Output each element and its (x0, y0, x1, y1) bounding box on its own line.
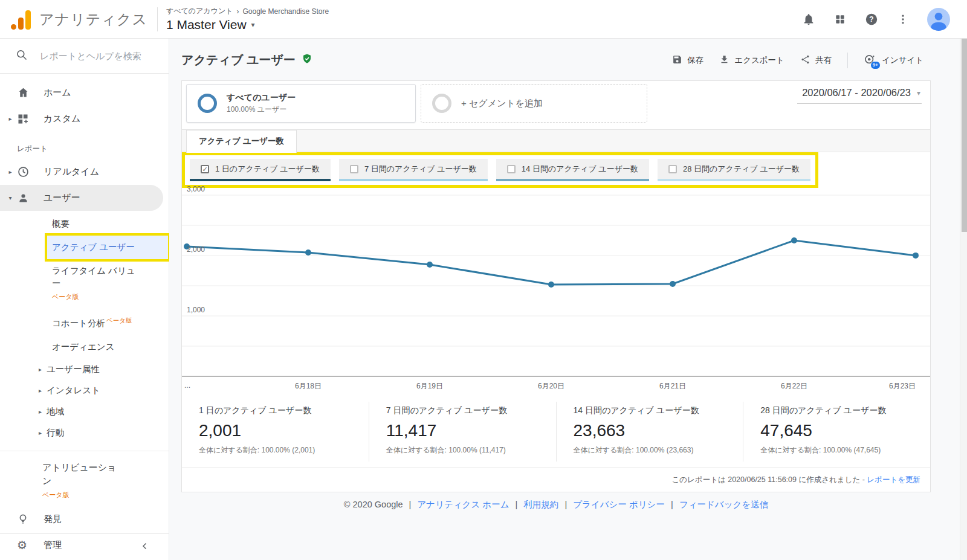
view-selector[interactable]: 1 Master View ▾ (166, 18, 329, 32)
scrollbar-thumb[interactable] (962, 39, 967, 232)
scorecard-7day: 7 日間のアクティブ ユーザー数 11,417 全体に対する割合: 100.00… (369, 402, 556, 462)
metric-checkbox-28day[interactable]: 28 日間のアクティブ ユーザー数 (658, 159, 810, 181)
sidebar-item-cohort[interactable]: コホート分析ベータ版 (47, 309, 168, 335)
breadcrumb: すべてのアカウント › Google Merchandise Store 1 M… (166, 6, 329, 32)
scorecard-value: 47,645 (760, 421, 913, 440)
apps-grid-icon[interactable] (833, 12, 847, 27)
scorecards-row: 1 日のアクティブ ユーザー数 2,001 全体に対する割合: 100.00% … (182, 393, 930, 468)
segment-subtitle: 100.00% ユーザー (227, 105, 296, 115)
metric-checkbox-1day[interactable]: ✓ 1 日のアクティブ ユーザー数 (190, 159, 331, 181)
product-name: アナリティクス (39, 10, 147, 29)
scorecard-value: 23,663 (574, 421, 726, 440)
refresh-report-link[interactable]: レポートを更新 (867, 475, 920, 484)
checkbox-icon (507, 165, 516, 173)
x-axis-labels: ...6月18日6月19日6月20日6月21日6月22日6月23日 (182, 379, 930, 393)
sidebar-item-interests[interactable]: ▸ インタレスト (39, 380, 169, 401)
sidebar: ホーム ▸ カスタム レポート ▸ リアルタイム ▾ ユーザー 概要 アクティブ… (0, 39, 169, 560)
header-divider (157, 7, 158, 31)
metric-label: 1 日のアクティブ ユーザー数 (215, 164, 320, 175)
checkbox-icon (668, 165, 677, 173)
breadcrumb-property[interactable]: Google Merchandise Store (242, 7, 329, 16)
expand-arrow-icon: ▸ (39, 366, 42, 373)
logo-dot (11, 24, 16, 30)
expand-arrow-icon: ▸ (39, 408, 42, 415)
sidebar-item-audience[interactable]: オーディエンス (47, 335, 168, 359)
clock-icon (17, 166, 31, 179)
search-input[interactable] (40, 51, 149, 61)
sidebar-item-discover[interactable]: 発見 (0, 506, 169, 532)
notifications-bell-icon[interactable] (801, 12, 816, 27)
footer-link-privacy[interactable]: プライバシー ポリシー (573, 500, 665, 509)
expand-arrow-icon: ▸ (4, 115, 17, 122)
x-axis-tick-label: 6月19日 (416, 381, 443, 391)
footer-link-feedback[interactable]: フィードバックを送信 (679, 500, 768, 509)
insights-icon: 9+ (864, 54, 877, 67)
scrollbar[interactable] (960, 39, 967, 560)
report-generated-text: このレポートは 2020/06/25 11:56:09 に作成されました - (671, 475, 864, 484)
sidebar-item-custom[interactable]: ▸ カスタム (0, 106, 169, 132)
avatar[interactable] (927, 8, 950, 31)
verified-shield-icon (302, 53, 312, 67)
segment-all-users[interactable]: すべてのユーザー 100.00% ユーザー (186, 84, 416, 123)
beta-badge: ベータ版 (106, 317, 132, 324)
sidebar-item-behavior[interactable]: ▸ 行動 (39, 422, 169, 443)
logo-bar (25, 10, 31, 30)
save-icon (672, 54, 682, 66)
main-content: アクティブ ユーザー 保存 エクスポート 共有 9+ (169, 39, 960, 560)
sidebar-item-lifetime-value[interactable]: ライフタイム バリュー ベータ版 (47, 259, 168, 309)
x-axis-tick-label: 6月21日 (659, 381, 686, 391)
collapse-arrow-icon: ▾ (4, 195, 17, 201)
line-chart[interactable]: 3,0002,0001,000 (182, 188, 930, 379)
sidebar-item-geo[interactable]: ▸ 地域 (39, 401, 169, 422)
footer-link-terms[interactable]: 利用規約 (523, 500, 558, 509)
sidebar-item-demographics[interactable]: ▸ ユーザー属性 (39, 359, 169, 380)
metric-label: 28 日間のアクティブ ユーザー数 (683, 164, 800, 175)
footer-link-analytics-home[interactable]: アナリティクス ホーム (417, 500, 509, 509)
analytics-logo-icon[interactable] (11, 9, 31, 30)
download-icon (719, 54, 729, 66)
breadcrumb-separator: › (236, 7, 239, 16)
sidebar-item-active-users[interactable]: アクティブ ユーザー (47, 236, 168, 259)
scorecard-28day: 28 日間のアクティブ ユーザー数 47,645 全体に対する割合: 100.0… (743, 402, 930, 462)
sidebar-item-label: リアルタイム (44, 166, 99, 178)
scorecard-1day: 1 日のアクティブ ユーザー数 2,001 全体に対する割合: 100.00% … (182, 402, 369, 462)
metric-checkbox-7day[interactable]: 7 日間のアクティブ ユーザー数 (339, 159, 488, 181)
segment-ring-icon (198, 94, 217, 113)
share-button[interactable]: 共有 (800, 54, 832, 66)
sidebar-item-home[interactable]: ホーム (0, 80, 169, 106)
person-icon (17, 191, 31, 205)
search-icon (16, 49, 28, 63)
tab-active-users-count[interactable]: アクティブ ユーザー数 (186, 130, 297, 153)
page-title: アクティブ ユーザー (181, 52, 312, 68)
x-axis-tick-label: 6月20日 (538, 381, 564, 391)
more-vert-icon[interactable] (896, 12, 910, 27)
x-axis-tick-label: ... (184, 381, 190, 390)
y-axis-tick-label: 2,000 (187, 245, 205, 254)
logo-bar (18, 18, 24, 30)
metric-checkbox-14day[interactable]: 14 日間のアクティブ ユーザー数 (496, 159, 649, 181)
sidebar-item-label: ホーム (44, 87, 71, 98)
divider (0, 451, 169, 451)
save-button[interactable]: 保存 (672, 54, 703, 66)
copyright: © 2020 Google (344, 500, 403, 509)
scorecard-value: 11,417 (386, 421, 539, 440)
insights-button[interactable]: 9+ インサイト (864, 54, 923, 67)
breadcrumb-account[interactable]: すべてのアカウント (166, 6, 233, 16)
date-range-selector[interactable]: 2020/06/17 - 2020/06/23 ▾ (797, 85, 922, 104)
sidebar-item-attribution[interactable]: アトリビューション ベータ版 (42, 456, 169, 503)
sidebar-item-overview[interactable]: 概要 (47, 212, 168, 236)
export-button[interactable]: エクスポート (719, 54, 784, 66)
scorecard-share: 全体に対する割合: 100.00% (2,001) (199, 445, 352, 455)
metric-checkbox-row: ✓ 1 日のアクティブ ユーザー数 7 日間のアクティブ ユーザー数 14 日間… (182, 152, 818, 188)
expand-arrow-icon: ▸ (39, 430, 42, 436)
sidebar-item-realtime[interactable]: ▸ リアルタイム (0, 159, 169, 185)
help-icon[interactable]: ? (864, 12, 879, 27)
lightbulb-icon (17, 512, 31, 526)
sidebar-item-users[interactable]: ▾ ユーザー (0, 185, 163, 211)
share-icon (800, 54, 810, 66)
checkbox-icon (350, 165, 358, 173)
scorecard-14day: 14 日間のアクティブ ユーザー数 23,663 全体に対する割合: 100.0… (556, 402, 743, 462)
add-segment-button[interactable]: + セグメントを追加 (421, 84, 647, 123)
sidebar-collapse-icon[interactable] (140, 541, 150, 553)
sidebar-item-label: カスタム (44, 113, 80, 124)
